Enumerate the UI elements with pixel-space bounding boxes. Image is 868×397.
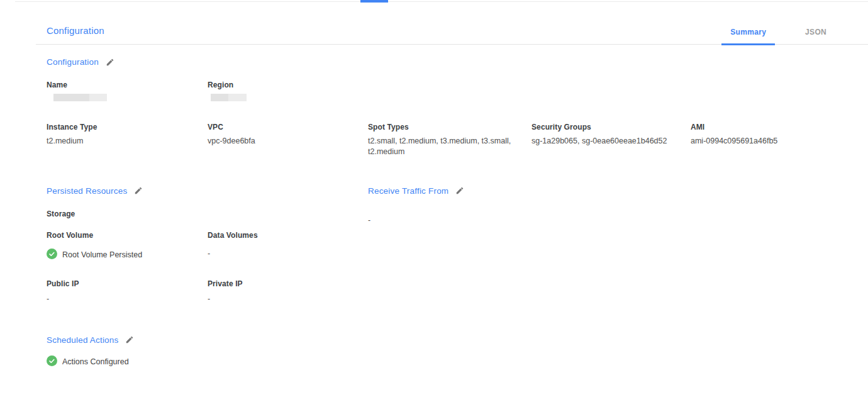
pencil-icon	[125, 337, 134, 346]
pencil-icon	[455, 187, 464, 197]
section-persisted-heading: Persisted Resources	[47, 186, 368, 196]
redacted-name-value	[53, 94, 107, 101]
field-security-groups: Security Groups sg-1a29b065, sg-0eae60ee…	[531, 123, 691, 157]
panel-header: Configuration Summary JSON	[36, 0, 868, 45]
volumes-values-row: Root Volume Persisted -	[47, 249, 368, 262]
panel-body: Configuration Name Region	[36, 57, 868, 369]
ip-labels-row: Public IP Private IP	[47, 279, 368, 288]
scheduled-actions-status: Actions Configured	[47, 355, 868, 369]
pencil-icon	[134, 187, 143, 197]
edit-persisted-resources-button[interactable]	[134, 186, 143, 195]
volumes-labels-row: Root Volume Data Volumes	[47, 231, 368, 240]
security-groups-label: Security Groups	[531, 123, 691, 131]
private-ip-label: Private IP	[208, 279, 368, 288]
tab-json[interactable]: JSON	[789, 28, 843, 45]
ami-label: AMI	[691, 123, 868, 131]
scheduled-actions-status-text: Actions Configured	[62, 357, 129, 366]
region-label: Region	[208, 81, 368, 89]
top-tabbar-divider	[15, 1, 868, 2]
field-instance-type: Instance Type t2.medium	[47, 123, 208, 157]
config-row-compute: Instance Type t2.medium VPC vpc-9dee6bfa…	[47, 123, 868, 157]
field-name: Name	[47, 81, 208, 101]
public-ip-value: -	[47, 294, 208, 305]
edit-configuration-button[interactable]	[106, 58, 114, 67]
spot-types-label: Spot Types	[368, 123, 531, 131]
storage-label: Storage	[47, 210, 368, 218]
section-receive-traffic-heading: Receive Traffic From	[368, 186, 868, 196]
name-label: Name	[47, 81, 208, 89]
persisted-resources-section: Persisted Resources Storage Root Volume …	[47, 186, 368, 305]
section-configuration-title: Configuration	[47, 57, 99, 67]
view-tabs: Summary JSON	[721, 28, 843, 44]
vpc-label: VPC	[208, 123, 368, 131]
tab-summary[interactable]: Summary	[721, 28, 775, 45]
edit-scheduled-actions-button[interactable]	[125, 335, 134, 344]
instance-type-value: t2.medium	[47, 136, 208, 147]
field-ami: AMI ami-0994c095691a46fb5	[691, 123, 868, 157]
receive-traffic-section: Receive Traffic From -	[368, 186, 868, 305]
section-scheduled-actions-heading: Scheduled Actions	[47, 335, 868, 345]
section-scheduled-actions-title: Scheduled Actions	[47, 335, 118, 345]
vpc-value: vpc-9dee6bfa	[208, 136, 368, 147]
root-volume-status-text: Root Volume Persisted	[62, 250, 142, 259]
check-circle-icon	[47, 249, 57, 262]
section-receive-traffic-title: Receive Traffic From	[368, 186, 448, 196]
mid-band: Persisted Resources Storage Root Volume …	[47, 186, 868, 305]
section-persisted-title: Persisted Resources	[47, 186, 127, 196]
config-row-identity: Name Region	[47, 81, 868, 101]
check-circle-icon	[47, 355, 57, 369]
redacted-region-value	[211, 94, 247, 101]
instance-type-label: Instance Type	[47, 123, 208, 131]
receive-traffic-value: -	[368, 215, 868, 226]
field-region: Region	[208, 81, 368, 101]
data-volumes-label: Data Volumes	[208, 231, 368, 240]
top-tab-active-indicator	[360, 0, 388, 3]
spot-types-value: t2.small, t2.medium, t3.medium, t3.small…	[368, 136, 518, 157]
section-configuration-heading: Configuration	[47, 57, 868, 67]
private-ip-value: -	[208, 294, 368, 305]
public-ip-label: Public IP	[47, 279, 208, 288]
root-volume-label: Root Volume	[47, 231, 208, 240]
data-volumes-value: -	[208, 249, 368, 262]
security-groups-value: sg-1a29b065, sg-0eae60eeae1b46d52	[531, 136, 691, 147]
configuration-panel: Configuration Summary JSON Configuration…	[36, 0, 868, 369]
field-spot-types: Spot Types t2.small, t2.medium, t3.mediu…	[368, 123, 531, 157]
pencil-icon	[106, 59, 114, 69]
root-volume-status: Root Volume Persisted	[47, 249, 208, 262]
edit-receive-traffic-button[interactable]	[455, 186, 464, 195]
page-title: Configuration	[36, 25, 104, 44]
ami-value: ami-0994c095691a46fb5	[691, 136, 868, 147]
ip-values-row: - -	[47, 294, 368, 305]
field-vpc: VPC vpc-9dee6bfa	[208, 123, 368, 157]
